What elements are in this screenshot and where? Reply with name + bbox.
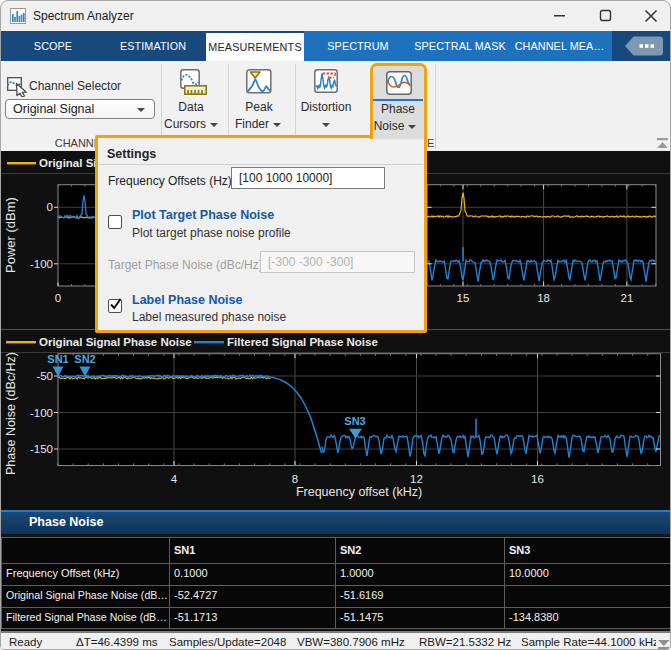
svg-text:15: 15 <box>457 292 470 304</box>
svg-text:16: 16 <box>531 473 544 485</box>
svg-text:4: 4 <box>171 473 178 485</box>
svg-text:8: 8 <box>292 473 298 485</box>
svg-text:-100: -100 <box>30 407 53 419</box>
svg-text:0: 0 <box>47 201 53 213</box>
svg-text:Frequency offset (kHz): Frequency offset (kHz) <box>296 485 422 499</box>
svg-text:-50: -50 <box>36 370 53 382</box>
svg-text:SN1: SN1 <box>47 353 68 365</box>
svg-text:Filtered Signal Phase Noise: Filtered Signal Phase Noise <box>227 336 378 348</box>
svg-text:SN2: SN2 <box>74 353 95 365</box>
svg-text:0: 0 <box>55 292 61 304</box>
svg-text:Original Signal Phase Noise: Original Signal Phase Noise <box>39 336 192 348</box>
svg-text:Power (dBm): Power (dBm) <box>3 197 18 273</box>
svg-text:21: 21 <box>621 292 634 304</box>
svg-text:-150: -150 <box>30 443 53 455</box>
svg-text:SN3: SN3 <box>344 415 365 427</box>
svg-text:Phase Noise (dBc/Hz): Phase Noise (dBc/Hz) <box>4 352 18 475</box>
svg-text:-100: -100 <box>30 258 53 270</box>
svg-text:12: 12 <box>410 473 423 485</box>
svg-text:18: 18 <box>537 292 550 304</box>
